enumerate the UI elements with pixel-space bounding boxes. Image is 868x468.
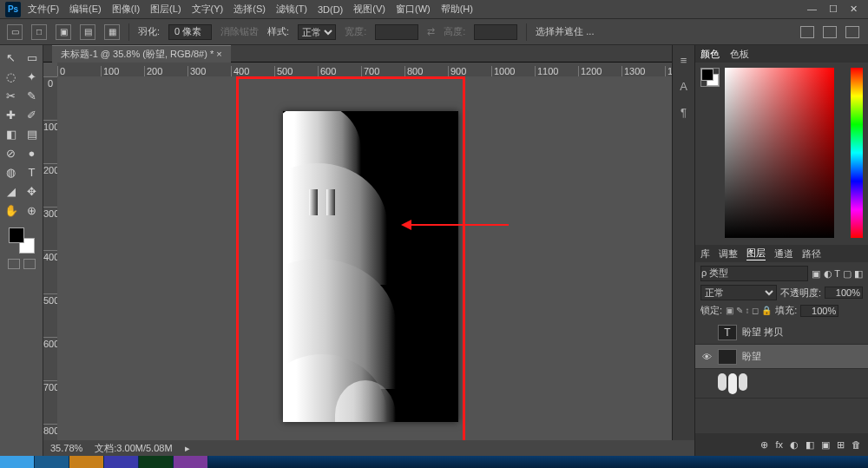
ruler-horizontal: 0100200300400500600700800900100011001200… [57, 63, 672, 76]
layer-row[interactable] [695, 369, 868, 399]
canvas-area[interactable]: 0100200300400500600700800900100011001200… [43, 63, 672, 456]
blend-mode-select[interactable]: 正常 [700, 285, 777, 300]
crop-tool[interactable]: ✂ [2, 87, 21, 104]
maximize-icon[interactable]: ☐ [829, 3, 838, 15]
taskbar[interactable] [0, 456, 868, 468]
visibility-toggle[interactable]: 👁 [700, 352, 713, 362]
feather-label: 羽化: [138, 25, 160, 38]
tab-paths[interactable]: 路径 [802, 247, 821, 260]
layer-row[interactable]: 👁 盼望 [695, 345, 868, 369]
close-icon[interactable]: ✕ [850, 3, 858, 15]
annotation-box [236, 76, 465, 450]
heal-tool[interactable]: ✚ [2, 106, 21, 123]
link-icon[interactable]: ⊕ [760, 439, 768, 451]
layer-filter[interactable]: ρ 类型 [700, 266, 808, 281]
fx-icon[interactable]: fx [775, 439, 783, 450]
height-label: 高度: [444, 25, 465, 38]
menu-item[interactable]: 编辑(E) [69, 3, 102, 16]
sel-sub-icon[interactable]: ▤ [80, 24, 95, 40]
lock-label: 锁定: [700, 304, 722, 317]
layer-thumb [718, 349, 737, 365]
path-tool[interactable]: ✥ [23, 182, 42, 200]
tab-adjustments[interactable]: 调整 [719, 247, 738, 260]
tab-channels[interactable]: 通道 [774, 247, 793, 260]
lasso-tool[interactable]: ◌ [2, 68, 21, 85]
workspace-icon[interactable] [800, 26, 814, 38]
layers-list: T 盼望 拷贝 👁 盼望 [695, 320, 868, 433]
eyedropper-tool[interactable]: ✎ [23, 87, 42, 104]
eraser-tool[interactable]: ⊘ [2, 144, 21, 161]
color-swatch[interactable] [9, 227, 35, 254]
trash-icon[interactable]: 🗑 [852, 439, 861, 450]
layer-name: 盼望 [742, 350, 761, 363]
history-icon[interactable]: ≡ [677, 54, 691, 68]
panels: 颜色 色板 库 调整 图层 通道 路径 ρ 类型 ▣ ◐ T ▢ ◧ 正常 不透… [694, 45, 868, 456]
fill-label: 填充: [775, 304, 797, 317]
panel-strip: ≡ A ¶ [672, 45, 694, 456]
para-icon[interactable]: ¶ [677, 106, 691, 120]
tab-layers[interactable]: 图层 [746, 247, 766, 260]
tab-color[interactable]: 颜色 [700, 48, 720, 61]
wand-tool[interactable]: ✦ [23, 68, 42, 85]
zoom-level[interactable]: 35.78% [50, 443, 82, 453]
tool-preset-icon[interactable]: ▭ [7, 24, 23, 40]
menu-item[interactable]: 视图(V) [353, 3, 385, 16]
screenmode-icon[interactable] [23, 259, 36, 269]
layers-footer: ⊕ fx ◐ ◧ ▣ ⊞ 🗑 [695, 433, 868, 456]
screen-mode-icon[interactable] [823, 26, 837, 38]
panel-toggle-icon[interactable] [845, 26, 859, 38]
layer-row[interactable]: T 盼望 拷贝 [695, 320, 868, 345]
sel-new-icon[interactable]: □ [31, 24, 47, 40]
opacity-input[interactable]: 100% [825, 287, 863, 299]
menu-item[interactable]: 帮助(H) [441, 3, 473, 16]
menu-item[interactable]: 图层(L) [150, 3, 181, 16]
adjust-icon[interactable]: ◧ [806, 439, 814, 451]
color-panel[interactable] [695, 63, 868, 245]
style-label: 样式: [267, 25, 289, 38]
stamp-tool[interactable]: ◧ [2, 125, 21, 142]
type-layer-icon: T [718, 325, 737, 340]
app-logo: Ps [5, 2, 21, 17]
antialias-toggle: 消除锯齿 [220, 25, 259, 38]
feather-input[interactable]: 0 像素 [168, 24, 212, 40]
zoom-tool[interactable]: ⊕ [23, 201, 42, 219]
height-input [474, 24, 517, 40]
layer-name: 盼望 拷贝 [742, 326, 783, 339]
menu-item[interactable]: 窗口(W) [396, 3, 431, 16]
mask-icon[interactable]: ◐ [790, 439, 799, 451]
char-icon[interactable]: A [677, 80, 691, 94]
sel-int-icon[interactable]: ▦ [104, 24, 120, 40]
document-tab[interactable]: 未标题-1 @ 35.8% (盼望, RGB/8#) * × [52, 45, 231, 63]
menu-item[interactable]: 选择(S) [233, 3, 266, 16]
menu-item[interactable]: 图像(I) [112, 3, 140, 16]
menu-item[interactable]: 文字(Y) [192, 3, 224, 16]
menu-item[interactable]: 滤镜(T) [276, 3, 307, 16]
opacity-label: 不透明度: [780, 287, 821, 300]
marquee-tool[interactable]: ▭ [23, 49, 42, 66]
annotation-arrow [404, 224, 509, 226]
sel-add-icon[interactable]: ▣ [56, 24, 71, 40]
hue-slider[interactable] [851, 68, 863, 238]
history-brush-tool[interactable]: ▤ [23, 125, 42, 142]
lock-icons[interactable]: ▣ ✎ ↕ ◻ 🔒 [726, 306, 772, 315]
menu-item[interactable]: 文件(F) [28, 3, 59, 16]
menu-item[interactable]: 3D(D) [318, 4, 343, 15]
gradient-tool[interactable]: ● [23, 144, 42, 161]
tab-libraries[interactable]: 库 [700, 247, 710, 260]
brush-tool[interactable]: ✐ [23, 106, 42, 123]
style-select[interactable]: 正常 [298, 24, 336, 40]
doc-size: 文档:3.00M/5.08M [95, 442, 172, 455]
fill-input[interactable]: 100% [800, 305, 838, 317]
new-layer-icon[interactable]: ⊞ [837, 439, 845, 451]
refine-edge-button[interactable]: 选择并遮住 ... [536, 25, 594, 38]
type-tool[interactable]: T [23, 163, 42, 181]
pen-tool[interactable]: ◢ [2, 182, 21, 200]
quickmask-icon[interactable] [8, 259, 20, 269]
hand-tool[interactable]: ✋ [2, 201, 21, 219]
blur-tool[interactable]: ◍ [2, 163, 21, 181]
move-tool[interactable]: ↖ [2, 49, 21, 66]
minimize-icon[interactable]: — [807, 3, 817, 15]
group-icon[interactable]: ▣ [821, 439, 830, 451]
tab-swatches[interactable]: 色板 [730, 48, 749, 61]
width-input [375, 24, 418, 40]
